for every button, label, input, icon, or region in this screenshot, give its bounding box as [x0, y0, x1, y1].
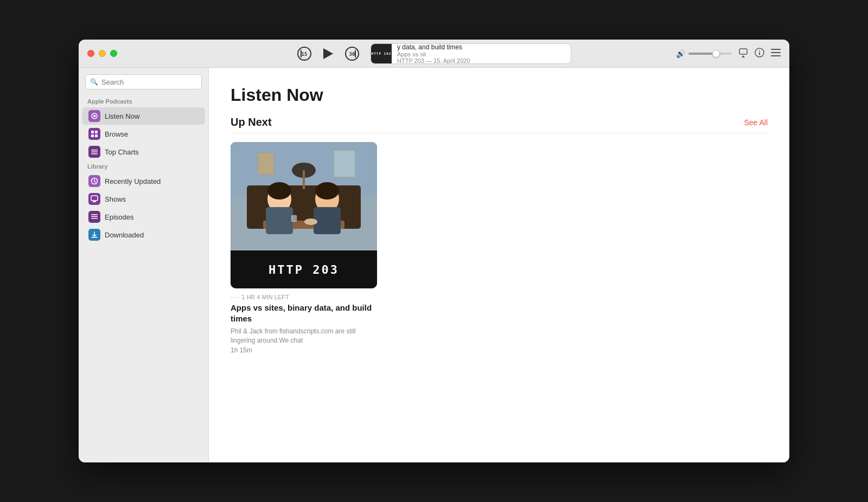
- traffic-lights: [79, 50, 117, 57]
- svg-rect-17: [95, 131, 98, 133]
- now-playing-show: Apps vs sit: [397, 51, 426, 57]
- skip-forward-button[interactable]: 30: [344, 46, 360, 61]
- svg-rect-27: [91, 216, 98, 217]
- svg-point-44: [267, 182, 291, 199]
- http203-label: HTTP 203: [231, 250, 377, 288]
- svg-rect-46: [291, 215, 297, 222]
- minimize-button[interactable]: [99, 50, 106, 57]
- volume-control: 🔊: [676, 49, 732, 58]
- now-playing-info: y data, and build times Apps vs sit HTTP…: [392, 43, 571, 64]
- volume-slider[interactable]: [688, 53, 732, 55]
- search-wrap: 🔍: [79, 74, 208, 96]
- main-content: 🔍 Apple Podcasts Listen Now: [79, 68, 789, 462]
- downloaded-label: Downloaded: [105, 231, 144, 239]
- svg-rect-26: [91, 214, 98, 215]
- listen-now-icon: [88, 110, 100, 122]
- svg-rect-18: [91, 134, 94, 137]
- volume-icon: 🔊: [676, 49, 685, 58]
- search-box[interactable]: 🔍: [85, 74, 202, 89]
- svg-rect-43: [314, 207, 341, 234]
- close-button[interactable]: [87, 50, 94, 57]
- now-playing-episode: HTTP 203 — 15. April 2020: [397, 57, 565, 64]
- shows-icon: [88, 193, 100, 205]
- browse-label: Browse: [105, 130, 128, 138]
- titlebar: 15 30 HTTP 203: [79, 40, 789, 68]
- search-input[interactable]: [101, 78, 197, 86]
- play-button[interactable]: [323, 48, 334, 60]
- podcast-episode-title: Apps vs sites, binary data, and build ti…: [231, 303, 377, 324]
- library-section-label: Library: [79, 161, 208, 172]
- volume-knob[interactable]: [712, 50, 720, 57]
- sidebar-item-downloaded[interactable]: Downloaded: [82, 226, 205, 243]
- progress-dots: ····: [231, 294, 239, 300]
- svg-rect-25: [93, 201, 96, 202]
- svg-rect-5: [739, 49, 747, 54]
- sidebar-item-recently-updated[interactable]: Recently Updated: [82, 172, 205, 190]
- svg-rect-39: [303, 170, 305, 189]
- maximize-button[interactable]: [110, 50, 117, 57]
- svg-rect-9: [759, 52, 760, 55]
- svg-point-8: [759, 50, 760, 52]
- browse-icon: [88, 128, 100, 140]
- svg-marker-15: [94, 114, 96, 118]
- sidebar: 🔍 Apple Podcasts Listen Now: [79, 68, 209, 462]
- top-charts-label: Top Charts: [105, 148, 139, 156]
- up-next-header: Up Next See All: [231, 116, 768, 133]
- sidebar-item-shows[interactable]: Shows: [82, 190, 205, 208]
- http203-image: HTTP 203: [231, 142, 377, 288]
- sidebar-item-listen-now[interactable]: Listen Now: [82, 107, 205, 125]
- svg-rect-36: [334, 150, 355, 177]
- skip-back-button[interactable]: 15: [297, 46, 312, 61]
- see-all-button[interactable]: See All: [744, 118, 768, 127]
- up-next-grid: HTTP 203 ···· 1 HR 4 MIN LEFT Apps vs si…: [231, 142, 768, 354]
- sidebar-item-browse[interactable]: Browse: [82, 125, 205, 143]
- svg-rect-20: [91, 150, 98, 151]
- podcast-duration: 1h 15m: [231, 346, 377, 354]
- svg-rect-24: [91, 196, 98, 201]
- episodes-icon: [88, 211, 100, 223]
- episodes-label: Episodes: [105, 213, 133, 221]
- svg-point-47: [304, 218, 317, 225]
- now-playing-title: y data, and build times: [397, 43, 565, 51]
- svg-rect-28: [91, 218, 98, 219]
- svg-marker-6: [742, 55, 745, 57]
- top-charts-icon: [88, 146, 100, 158]
- svg-point-45: [315, 182, 339, 199]
- svg-rect-12: [771, 55, 781, 56]
- info-button[interactable]: [755, 48, 764, 60]
- podcast-meta: ···· 1 HR 4 MIN LEFT: [231, 294, 377, 300]
- listen-now-label: Listen Now: [105, 112, 139, 120]
- apple-podcasts-section-label: Apple Podcasts: [79, 96, 208, 107]
- titlebar-right: 🔊: [676, 48, 781, 60]
- podcast-card[interactable]: HTTP 203 ···· 1 HR 4 MIN LEFT Apps vs si…: [231, 142, 377, 354]
- shows-label: Shows: [105, 195, 126, 203]
- sidebar-item-episodes[interactable]: Episodes: [82, 208, 205, 226]
- svg-text:15: 15: [302, 52, 308, 57]
- time-left: 1 HR 4 MIN LEFT: [241, 294, 289, 300]
- content-area: Listen Now Up Next See All: [209, 68, 789, 462]
- titlebar-controls: 15 30 HTTP 203: [297, 43, 571, 64]
- svg-rect-29: [91, 237, 98, 238]
- up-next-title: Up Next: [231, 116, 272, 128]
- svg-marker-2: [323, 48, 333, 59]
- svg-rect-16: [91, 131, 94, 133]
- svg-rect-11: [771, 52, 781, 53]
- sidebar-item-top-charts[interactable]: Top Charts: [82, 143, 205, 160]
- page-title: Listen Now: [231, 85, 768, 105]
- search-icon: 🔍: [90, 78, 98, 86]
- podcast-description: Phil & Jack from fishandscripts.com are …: [231, 327, 377, 345]
- svg-rect-19: [95, 134, 98, 137]
- now-playing-pill[interactable]: HTTP 203 y data, and build times Apps vs…: [371, 43, 571, 64]
- app-window: 15 30 HTTP 203: [79, 40, 789, 462]
- now-playing-thumbnail: HTTP 203: [371, 43, 392, 64]
- svg-rect-21: [91, 152, 98, 153]
- svg-rect-41: [266, 207, 293, 234]
- list-button[interactable]: [771, 49, 781, 59]
- recently-updated-label: Recently Updated: [105, 177, 161, 185]
- recently-updated-icon: [88, 175, 100, 187]
- downloaded-icon: [88, 229, 100, 241]
- svg-rect-10: [771, 49, 781, 50]
- airplay-button[interactable]: [738, 48, 748, 60]
- podcast-thumbnail: HTTP 203: [231, 142, 377, 288]
- svg-text:30: 30: [349, 52, 355, 57]
